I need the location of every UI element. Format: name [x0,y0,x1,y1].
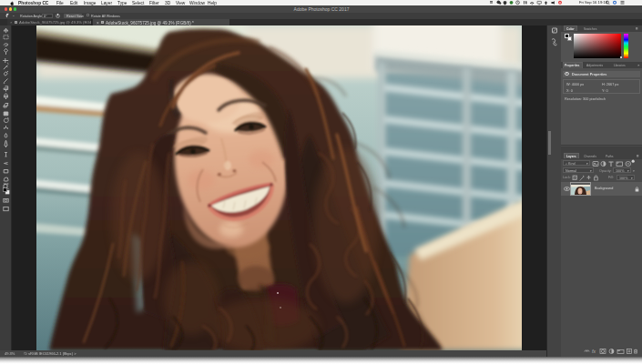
svg-text:fx: fx [592,349,596,354]
